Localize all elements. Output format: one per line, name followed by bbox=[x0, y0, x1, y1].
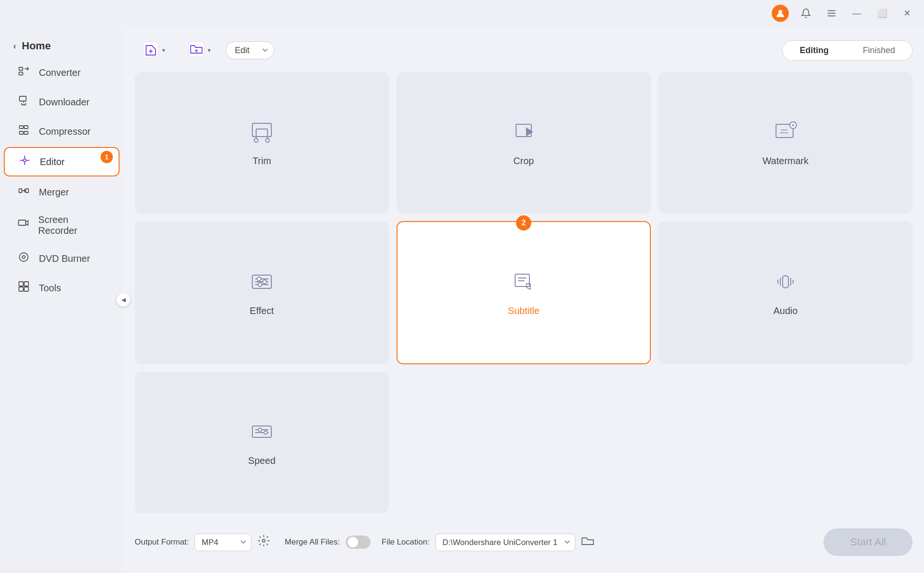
add-file-dropdown-arrow: ▾ bbox=[162, 47, 165, 54]
home-label: Home bbox=[22, 40, 51, 52]
title-bar: — ⬜ ✕ bbox=[0, 0, 924, 27]
sidebar-item-merger[interactable]: Merger bbox=[4, 178, 120, 206]
minimize-button[interactable]: — bbox=[849, 7, 865, 20]
effect-label: Effect bbox=[250, 305, 274, 316]
sidebar-item-converter[interactable]: Converter bbox=[4, 59, 120, 86]
trim-icon bbox=[249, 120, 274, 149]
close-button[interactable]: ✕ bbox=[900, 6, 915, 20]
dvd-burner-icon bbox=[17, 251, 30, 266]
svg-rect-62 bbox=[252, 426, 271, 437]
merge-files-field: Merge All Files: bbox=[285, 536, 370, 549]
watermark-icon bbox=[773, 120, 798, 149]
svg-rect-26 bbox=[24, 287, 28, 291]
file-location-select[interactable]: D:\Wondershare UniConverter 1 bbox=[435, 534, 575, 551]
watermark-card[interactable]: Watermark bbox=[658, 72, 913, 213]
sidebar-collapse-button[interactable]: ◀ bbox=[117, 293, 130, 306]
svg-rect-17 bbox=[19, 189, 22, 193]
sidebar-item-screen-recorder[interactable]: Screen Recorder bbox=[4, 208, 120, 243]
empty-cell-1 bbox=[397, 372, 651, 513]
tools-icon bbox=[17, 281, 30, 295]
edit-mode-dropdown[interactable]: Edit Trim Crop Effect bbox=[226, 41, 274, 59]
crop-card[interactable]: Crop bbox=[397, 72, 651, 213]
svg-rect-25 bbox=[19, 287, 23, 291]
svg-rect-6 bbox=[19, 96, 26, 101]
subtitle-card[interactable]: 2 Subtitle bbox=[397, 221, 651, 364]
screen-recorder-icon bbox=[17, 218, 30, 232]
merge-toggle[interactable] bbox=[346, 536, 370, 549]
sidebar-label-merger: Merger bbox=[39, 187, 69, 198]
tab-editing[interactable]: Editing bbox=[783, 41, 846, 60]
editor-grid: Trim Crop bbox=[135, 72, 913, 513]
sidebar-item-dvd-burner[interactable]: DVD Burner bbox=[4, 245, 120, 272]
sidebar-item-tools[interactable]: Tools bbox=[4, 274, 120, 302]
sidebar-label-dvd-burner: DVD Burner bbox=[39, 253, 90, 264]
audio-card[interactable]: Audio bbox=[658, 221, 913, 364]
add-folder-icon bbox=[188, 41, 205, 60]
svg-point-37 bbox=[266, 139, 269, 142]
trim-label: Trim bbox=[252, 156, 271, 166]
svg-point-66 bbox=[264, 431, 268, 434]
svg-point-67 bbox=[262, 539, 265, 542]
output-settings-icon[interactable] bbox=[257, 534, 273, 550]
maximize-button[interactable]: ⬜ bbox=[873, 6, 891, 20]
sidebar-item-downloader[interactable]: Downloader bbox=[4, 88, 120, 116]
output-format-label: Output Format: bbox=[135, 537, 189, 547]
home-nav[interactable]: ‹ Home bbox=[0, 34, 123, 58]
effect-card[interactable]: Effect bbox=[135, 221, 389, 364]
hamburger-menu-icon[interactable] bbox=[823, 5, 840, 22]
speed-label: Speed bbox=[248, 455, 276, 466]
effect-icon bbox=[249, 269, 274, 299]
sidebar-label-downloader: Downloader bbox=[39, 97, 90, 108]
app-body: ‹ Home Converter Do bbox=[0, 27, 924, 573]
main-content: ▾ ▾ Edit Trim Crop Effect bbox=[123, 27, 924, 573]
svg-point-52 bbox=[257, 277, 261, 281]
subtitle-icon bbox=[511, 269, 536, 299]
tab-group: Editing Finished bbox=[782, 40, 913, 61]
trim-card[interactable]: Trim bbox=[135, 72, 389, 213]
watermark-label: Watermark bbox=[762, 156, 808, 166]
svg-rect-4 bbox=[19, 67, 23, 70]
svg-rect-23 bbox=[19, 282, 23, 286]
start-all-button[interactable]: Start All bbox=[823, 528, 913, 556]
svg-rect-11 bbox=[24, 131, 28, 134]
svg-point-53 bbox=[263, 280, 267, 284]
compressor-icon bbox=[17, 124, 30, 139]
sidebar: ‹ Home Converter Do bbox=[0, 27, 123, 573]
add-file-icon bbox=[142, 41, 159, 60]
crop-icon bbox=[511, 120, 536, 149]
svg-rect-9 bbox=[24, 126, 28, 129]
title-bar-icons: — ⬜ ✕ bbox=[772, 5, 915, 22]
add-file-button[interactable]: ▾ bbox=[135, 36, 173, 65]
sidebar-item-editor[interactable]: Editor 1 bbox=[4, 147, 120, 176]
crop-label: Crop bbox=[513, 156, 534, 166]
svg-rect-8 bbox=[19, 126, 23, 129]
svg-point-36 bbox=[254, 139, 258, 142]
bell-icon[interactable] bbox=[797, 5, 814, 22]
svg-point-54 bbox=[258, 283, 262, 286]
tab-finished[interactable]: Finished bbox=[846, 41, 912, 60]
subtitle-label: Subtitle bbox=[508, 305, 540, 316]
svg-rect-5 bbox=[19, 72, 23, 75]
svg-rect-33 bbox=[252, 123, 271, 137]
svg-point-0 bbox=[778, 10, 782, 14]
sidebar-item-compressor[interactable]: Compressor bbox=[4, 118, 120, 145]
svg-rect-24 bbox=[24, 282, 28, 286]
output-format-select[interactable]: MP4 MOV AVI MKV bbox=[194, 534, 251, 551]
svg-rect-20 bbox=[18, 220, 26, 225]
bottom-bar: Output Format: MP4 MOV AVI MKV Merge All… bbox=[135, 521, 913, 564]
speed-icon bbox=[249, 419, 274, 449]
browse-folder-icon[interactable] bbox=[581, 535, 594, 549]
audio-icon bbox=[773, 269, 798, 299]
speed-card[interactable]: Speed bbox=[135, 372, 389, 513]
svg-point-65 bbox=[259, 428, 262, 431]
editor-badge: 1 bbox=[101, 151, 113, 163]
empty-cell-2 bbox=[658, 372, 913, 513]
svg-point-12 bbox=[23, 159, 26, 162]
editor-icon bbox=[18, 155, 31, 169]
file-location-label: File Location: bbox=[382, 537, 430, 547]
user-icon[interactable] bbox=[772, 5, 789, 22]
svg-point-22 bbox=[22, 256, 25, 259]
svg-point-21 bbox=[19, 253, 28, 261]
converter-icon bbox=[17, 65, 30, 80]
add-folder-button[interactable]: ▾ bbox=[180, 36, 218, 65]
